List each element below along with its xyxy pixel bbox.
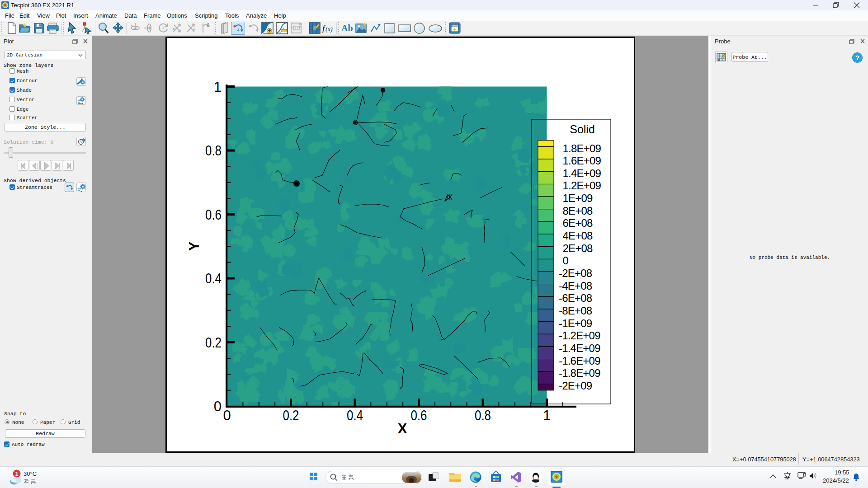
svg-text:0.4: 0.4 (347, 408, 363, 423)
svg-text:1.6E+09: 1.6E+09 (563, 155, 601, 167)
svg-text:(x): (x) (326, 26, 333, 33)
svg-text:X: X (172, 27, 175, 31)
svg-text:1.4E+09: 1.4E+09 (563, 167, 601, 179)
svg-text:Solid: Solid (570, 123, 595, 136)
svg-text:0.4: 0.4 (205, 271, 222, 286)
svg-text:1: 1 (543, 408, 551, 423)
svg-text:Y: Y (186, 241, 202, 251)
svg-text:1.8E+09: 1.8E+09 (563, 142, 601, 155)
svg-text:0: 0 (223, 408, 231, 423)
svg-text:-8E+08: -8E+08 (559, 305, 592, 317)
svg-text:2E+08: 2E+08 (563, 242, 593, 254)
svg-text:1: 1 (214, 79, 222, 95)
svg-text:-1E+09: -1E+09 (559, 317, 592, 329)
svg-text:?: ? (855, 54, 859, 61)
svg-text:-1.6E+09: -1.6E+09 (559, 355, 600, 367)
svg-text:8E+08: 8E+08 (563, 205, 593, 217)
svg-text:0.2: 0.2 (205, 335, 222, 351)
svg-text:0: 0 (563, 254, 569, 267)
svg-text:0.6: 0.6 (205, 207, 222, 223)
svg-text:1E+09: 1E+09 (563, 192, 593, 204)
svg-text:1.2: 1.2 (294, 27, 299, 30)
svg-text:-2E+08: -2E+08 (559, 267, 592, 279)
svg-text:0.8: 0.8 (205, 143, 222, 159)
svg-text:Z: Z (207, 22, 209, 27)
svg-text:-1.4E+09: -1.4E+09 (559, 342, 600, 354)
svg-text:1.2E+09: 1.2E+09 (563, 179, 601, 192)
svg-text:-6E+08: -6E+08 (559, 292, 592, 304)
svg-text:4E+08: 4E+08 (563, 230, 593, 242)
svg-text:-2E+09: -2E+09 (559, 380, 592, 392)
svg-text:0: 0 (214, 399, 222, 414)
svg-text:-1.8E+09: -1.8E+09 (559, 367, 600, 379)
svg-text:Ab: Ab (341, 23, 353, 33)
svg-text:X: X (398, 421, 407, 436)
svg-text:Y: Y (193, 28, 195, 32)
svg-text:0.6: 0.6 (411, 408, 427, 423)
svg-text:-4E+08: -4E+08 (559, 280, 592, 292)
svg-text:0.8: 0.8 (475, 408, 491, 423)
svg-text:0.2: 0.2 (283, 408, 299, 423)
svg-text:6E+08: 6E+08 (563, 217, 593, 229)
svg-text:-1.2E+09: -1.2E+09 (559, 329, 600, 342)
svg-text:1: 1 (15, 471, 19, 477)
